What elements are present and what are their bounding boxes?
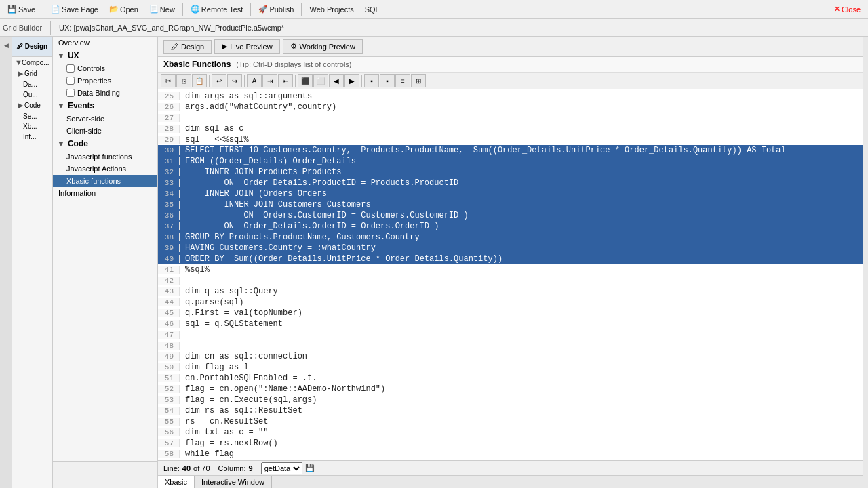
code-line-51[interactable]: 51cn.PortableSQLEnabled = .t.	[158, 373, 863, 384]
tree-item-inf[interactable]: Inf...	[12, 131, 52, 142]
code-line-32[interactable]: 32 INNER JOIN Products Products	[158, 167, 863, 178]
code-line-49[interactable]: 49dim cn as sql::connection	[158, 351, 863, 362]
code-line-38[interactable]: 38GROUP BY Products.ProductName, Custome…	[158, 232, 863, 243]
nav-header-events[interactable]: ▼ Events	[53, 99, 157, 113]
nav-item-databinding[interactable]: Data Binding	[53, 87, 157, 99]
tab-design[interactable]: 🖊 Design	[163, 40, 212, 54]
nav-item-javascript-actions[interactable]: Javascript Actions	[53, 163, 157, 175]
nav-header-code[interactable]: ▼ Code	[53, 137, 157, 150]
code-line-37[interactable]: 37 ON Order_Details.OrderID = Orders.Ord…	[158, 221, 863, 232]
tree-item-se[interactable]: Se...	[12, 111, 52, 121]
code-line-41[interactable]: 41%sql%	[158, 264, 863, 275]
code-line-39[interactable]: 39HAVING Customers.Country = :whatCountr…	[158, 243, 863, 253]
code-line-57[interactable]: 57flag = rs.nextRow()	[158, 438, 863, 449]
code-line-30[interactable]: 30SELECT FIRST 10 Customers.Country, Pro…	[158, 145, 863, 156]
align-right-button[interactable]: ⬜	[313, 74, 328, 87]
nav-item-overview[interactable]: Overview	[53, 37, 157, 49]
tab-live-preview[interactable]: ▶ Live Preview	[214, 39, 279, 54]
nav-item-controls[interactable]: Controls	[53, 62, 157, 75]
paste-button[interactable]: 📋	[192, 74, 207, 87]
tree-item-da[interactable]: Da...	[12, 79, 52, 89]
code-line-28[interactable]: 28dim sql as c	[158, 123, 863, 134]
code-line-44[interactable]: 44q.parse(sql)	[158, 297, 863, 308]
tree-item-components[interactable]: ▼ Compo...	[12, 57, 52, 68]
line-content-36: ON Orders.CustomerID = Customers.Custome…	[180, 211, 469, 220]
nav-item-xbasic-functions[interactable]: Xbasic functions	[53, 175, 157, 187]
code-line-36[interactable]: 36 ON Orders.CustomerID = Customers.Cust…	[158, 210, 863, 221]
code-line-25[interactable]: 25dim args as sql::arguments	[158, 91, 863, 102]
databinding-checkbox[interactable]	[66, 89, 75, 97]
code-line-31[interactable]: 31FROM ((Order_Details) Order_Details	[158, 156, 863, 167]
code-line-33[interactable]: 33 ON Order_Details.ProductID = Products…	[158, 178, 863, 188]
line-number-37: 37	[158, 222, 180, 230]
code-line-52[interactable]: 52flag = cn.open(":Name::AADemo-Northwin…	[158, 384, 863, 394]
tree-item-qu[interactable]: Qu...	[12, 89, 52, 100]
function-dropdown[interactable]: getData	[261, 462, 302, 474]
nav-item-information[interactable]: Information	[53, 187, 157, 199]
code-editor[interactable]: 25dim args as sql::arguments26args.add("…	[158, 89, 863, 460]
code-line-45[interactable]: 45q.First = val(topNumber)	[158, 308, 863, 319]
nav-item-properties[interactable]: Properties	[53, 75, 157, 87]
tree-item-xb[interactable]: Xb...	[12, 121, 52, 131]
code-line-35[interactable]: 35 INNER JOIN Customers Customers	[158, 199, 863, 210]
tree-label-se: Se...	[23, 113, 37, 120]
remote-test-button[interactable]: 🌐 Remote Test	[186, 3, 248, 16]
code-line-29[interactable]: 29sql = <<%sql%	[158, 134, 863, 145]
code-line-26[interactable]: 26args.add("whatCountry",country)	[158, 102, 863, 113]
line-number-28: 28	[158, 125, 180, 133]
font-bold-button[interactable]: A	[247, 74, 262, 87]
code-line-34[interactable]: 34 INNER JOIN (Orders Orders	[158, 188, 863, 199]
tree-item-code[interactable]: ▶ Code	[12, 100, 52, 111]
code-extra-1[interactable]: ▪	[364, 74, 379, 87]
indent-button[interactable]: ⇥	[262, 74, 277, 87]
undo-button[interactable]: ↩	[212, 74, 226, 87]
properties-checkbox[interactable]	[66, 77, 75, 85]
align-left-button[interactable]: ⬛	[298, 74, 313, 87]
code-line-40[interactable]: 40ORDER BY Sum((Order_Details.UnitPrice …	[158, 253, 863, 264]
nav-item-javascript-functions[interactable]: Javascript functions	[53, 150, 157, 163]
outdent-button[interactable]: ⇤	[278, 74, 293, 87]
nav-item-client-side[interactable]: Client-side	[53, 125, 157, 137]
bottom-tab-interactive-window[interactable]: Interactive Window	[195, 476, 272, 488]
code-line-48[interactable]: 48	[158, 340, 863, 351]
controls-checkbox[interactable]	[66, 64, 75, 73]
copy-button[interactable]: ⎘	[176, 74, 191, 87]
line-number-30: 30	[158, 146, 180, 155]
code-extra-4[interactable]: ⊞	[411, 74, 426, 87]
line-content-41: %sql%	[180, 265, 210, 274]
code-line-58[interactable]: 58while flag	[158, 449, 863, 460]
close-button[interactable]: ✕ Close	[829, 3, 865, 16]
code-extra-3[interactable]: ≡	[395, 74, 410, 87]
save-button[interactable]: 💾 Save	[3, 3, 40, 16]
code-line-54[interactable]: 54dim rs as sql::ResultSet	[158, 405, 863, 416]
code-line-55[interactable]: 55rs = cn.ResultSet	[158, 416, 863, 427]
code-line-46[interactable]: 46sql = q.SQLStatement	[158, 319, 863, 329]
code-line-43[interactable]: 43dim q as sql::Query	[158, 286, 863, 297]
code-extra-2[interactable]: ▪	[380, 74, 395, 87]
tab-working-preview[interactable]: ⚙ Working Preview	[283, 39, 363, 54]
code-line-56[interactable]: 56dim txt as c = ""	[158, 427, 863, 438]
line-number-31: 31	[158, 157, 180, 165]
nav-header-ux[interactable]: ▼ UX	[53, 49, 157, 62]
bottom-tab-xbasic[interactable]: Xbasic	[158, 476, 195, 488]
far-left-label: ◀	[3, 42, 9, 49]
code-line-42[interactable]: 42	[158, 275, 863, 286]
line-number-48: 48	[158, 342, 180, 350]
redo-button[interactable]: ↪	[227, 74, 242, 87]
code-line-27[interactable]: 27	[158, 113, 863, 123]
second-toolbar-separator	[50, 21, 51, 35]
code-line-53[interactable]: 53flag = cn.Execute(sql,args)	[158, 394, 863, 405]
code-line-50[interactable]: 50dim flag as l	[158, 362, 863, 373]
cut-button[interactable]: ✂	[161, 74, 176, 87]
code-line-47[interactable]: 47	[158, 329, 863, 340]
open-button[interactable]: 📂 Open	[104, 3, 143, 16]
sql-button[interactable]: SQL	[360, 3, 384, 16]
web-projects-button[interactable]: Web Projects	[304, 3, 358, 16]
publish-button[interactable]: 🚀 Publish	[254, 3, 298, 16]
move-right-button[interactable]: ▶	[344, 74, 359, 87]
new-button[interactable]: 📃 New	[144, 3, 180, 16]
nav-item-server-side[interactable]: Server-side	[53, 113, 157, 125]
move-left-button[interactable]: ◀	[329, 74, 344, 87]
tree-item-grid[interactable]: ▶ Grid	[12, 68, 52, 79]
save-page-button[interactable]: 📄 Save Page	[46, 3, 103, 16]
